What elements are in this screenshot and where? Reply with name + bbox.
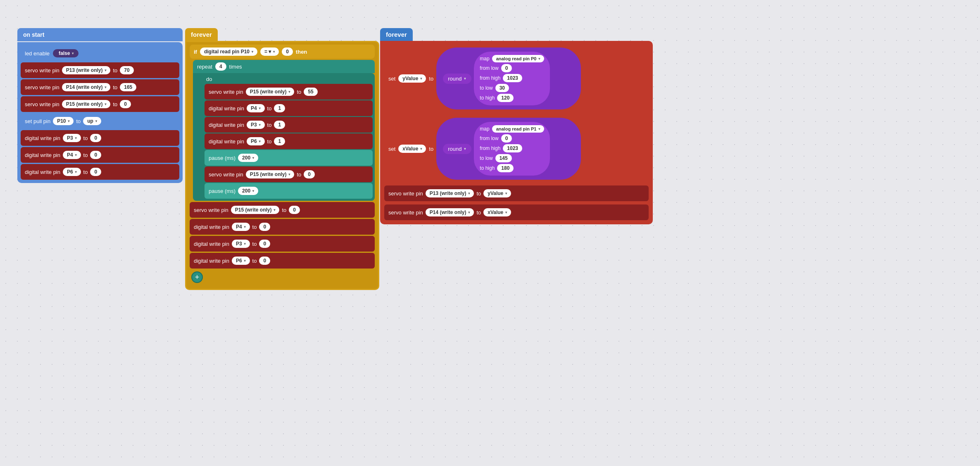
round-yvalue-top: round ▼ map analog read pin P0 from low … <box>443 52 574 105</box>
repeat-times[interactable]: 4 <box>215 62 226 71</box>
servo-p13-row: servo write pin P13 (write only) to 70 <box>21 62 179 78</box>
map-xvalue-row2: from low 0 <box>480 134 544 143</box>
pull-pin[interactable]: P10 <box>53 117 74 125</box>
if-op[interactable]: = ▾ <box>260 48 279 56</box>
on-start-header: on start <box>17 28 183 41</box>
if-value[interactable]: 0 <box>282 48 293 56</box>
map-xvalue-row5: to high 180 <box>480 164 544 172</box>
dw-p4-value[interactable]: 0 <box>90 151 101 159</box>
map-yvalue-oval: map analog read pin P0 from low 0 from h… <box>474 52 550 105</box>
after-servo-p15-0: servo write pin P15 (write only) to 0 <box>190 202 375 218</box>
dw-p3-row: digital write pin P3 to 0 <box>21 130 179 146</box>
dw-p4-row: digital write pin P4 to 0 <box>21 147 179 163</box>
dw-p6-row: digital write pin P6 to 0 <box>21 164 179 180</box>
map-yvalue-row2: from low 0 <box>480 64 544 72</box>
set-yvalue-row: set yValue to round ▼ map analog read pi… <box>384 45 649 112</box>
forever1-header: forever <box>185 28 218 41</box>
led-enable-dropdown[interactable]: false <box>53 49 78 57</box>
forever2-header: forever <box>380 28 413 41</box>
rep-pause-200-1: pause (ms) 200 <box>205 150 373 166</box>
servo-p13-pin[interactable]: P13 (write only) <box>62 66 111 74</box>
servo-p14-row: servo write pin P14 (write only) to 165 <box>21 79 179 95</box>
map-yvalue-row1: map analog read pin P0 <box>480 55 544 62</box>
rep-dw-p4-1: digital write pin P4 to 1 <box>205 100 373 116</box>
map-yvalue-row4: to low 30 <box>480 84 544 92</box>
round-xvalue-top: round ▼ map analog read pin P1 from low … <box>443 122 574 176</box>
rep-dw-p6-1: digital write pin P6 to 1 <box>205 133 373 149</box>
dw-p6-value[interactable]: 0 <box>90 168 101 176</box>
map-xvalue-row3: from high 1023 <box>480 144 544 152</box>
repeat-section: repeat 4 times do servo write pin P15 (w… <box>193 60 375 201</box>
rep-servo-p15-55: servo write pin P15 (write only) to 55 <box>205 84 373 100</box>
servo-p13-yvalue-row: servo write pin P13 (write only) to yVal… <box>384 185 649 201</box>
servo-p14-pin[interactable]: P14 (write only) <box>62 83 111 91</box>
after-dw-p6-0: digital write pin P6 to 0 <box>190 253 375 269</box>
round-yvalue-dropdown[interactable]: round ▼ <box>443 74 471 84</box>
do-label: do <box>205 75 373 83</box>
servo-p15-value[interactable]: 0 <box>120 100 131 108</box>
rep-dw-p3-1: digital write pin P3 to 1 <box>205 117 373 133</box>
rep-pause-200-2: pause (ms) 200 <box>205 183 373 199</box>
led-enable-row: led enable false <box>21 45 179 61</box>
repeat-body: do servo write pin P15 (write only) to 5… <box>193 73 375 201</box>
after-dw-p4-0: digital write pin P4 to 0 <box>190 219 375 235</box>
servo-p14-xvalue-row: servo write pin P14 (write only) to xVal… <box>384 204 649 220</box>
workspace: on start led enable false servo write pi… <box>0 0 980 466</box>
on-start-group: on start led enable false servo write pi… <box>17 28 183 183</box>
rep-servo-p15-0: servo write pin P15 (write only) to 0 <box>205 166 373 182</box>
add-block-row: + <box>190 270 375 285</box>
if-block: if digital read pin P10 = ▾ 0 then <box>190 45 375 59</box>
set-xvalue-row: set xValue to round ▼ map analog read pi… <box>384 115 649 182</box>
led-enable-label: led enable <box>25 50 50 57</box>
round-yvalue-oval: round ▼ map analog read pin P0 from low … <box>436 48 581 109</box>
map-yvalue-row5: to high 120 <box>480 94 544 102</box>
dw-p4-pin[interactable]: P4 <box>63 151 81 159</box>
after-dw-p3-0: digital write pin P3 to 0 <box>190 236 375 252</box>
add-block-button[interactable]: + <box>191 271 203 283</box>
pull-value[interactable]: up <box>83 117 101 125</box>
map-xvalue-row4: to low 145 <box>480 154 544 162</box>
map-xvalue-row1: map analog read pin P1 <box>480 125 544 133</box>
map-xvalue-oval: map analog read pin P1 from low 0 from h… <box>474 122 550 176</box>
repeat-header: repeat 4 times <box>193 60 375 73</box>
round-xvalue-oval: round ▼ map analog read pin P1 from low … <box>436 118 581 180</box>
map-yvalue-row3: from high 1023 <box>480 74 544 82</box>
forever2-group: forever set yValue to round ▼ <box>380 28 653 224</box>
round-xvalue-dropdown[interactable]: round ▼ <box>443 144 471 154</box>
set-pull-row: set pull pin P10 to up <box>21 113 179 129</box>
servo-p13-value[interactable]: 70 <box>120 66 133 74</box>
servo-p15-pin[interactable]: P15 (write only) <box>62 100 111 108</box>
dw-p6-pin[interactable]: P6 <box>63 168 81 176</box>
servo-p14-value[interactable]: 165 <box>120 83 136 91</box>
dw-p3-value[interactable]: 0 <box>90 134 101 142</box>
if-condition[interactable]: digital read pin P10 <box>200 48 257 56</box>
forever1-group: forever if digital read pin P10 = ▾ 0 th… <box>185 28 379 290</box>
dw-p3-pin[interactable]: P3 <box>63 134 81 142</box>
servo-p15-row: servo write pin P15 (write only) to 0 <box>21 96 179 112</box>
